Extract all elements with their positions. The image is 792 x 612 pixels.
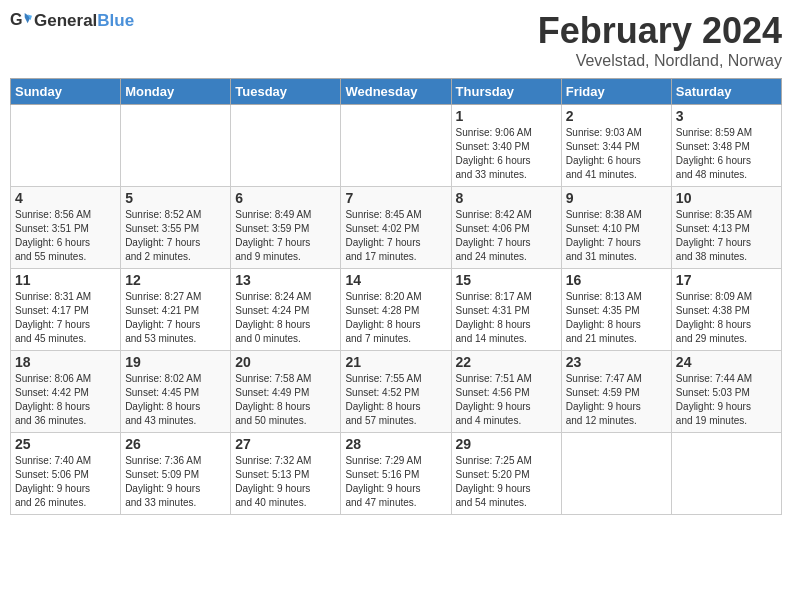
calendar-cell: 11Sunrise: 8:31 AM Sunset: 4:17 PM Dayli…	[11, 269, 121, 351]
day-info: Sunrise: 8:42 AM Sunset: 4:06 PM Dayligh…	[456, 208, 557, 264]
calendar-cell: 29Sunrise: 7:25 AM Sunset: 5:20 PM Dayli…	[451, 433, 561, 515]
svg-text:G: G	[10, 10, 23, 28]
day-number: 21	[345, 354, 446, 370]
calendar-cell: 12Sunrise: 8:27 AM Sunset: 4:21 PM Dayli…	[121, 269, 231, 351]
day-info: Sunrise: 7:44 AM Sunset: 5:03 PM Dayligh…	[676, 372, 777, 428]
day-info: Sunrise: 9:03 AM Sunset: 3:44 PM Dayligh…	[566, 126, 667, 182]
day-info: Sunrise: 8:09 AM Sunset: 4:38 PM Dayligh…	[676, 290, 777, 346]
day-info: Sunrise: 8:52 AM Sunset: 3:55 PM Dayligh…	[125, 208, 226, 264]
day-header-sunday: Sunday	[11, 79, 121, 105]
day-number: 9	[566, 190, 667, 206]
title-area: February 2024 Vevelstad, Nordland, Norwa…	[538, 10, 782, 70]
calendar-cell: 14Sunrise: 8:20 AM Sunset: 4:28 PM Dayli…	[341, 269, 451, 351]
location-title: Vevelstad, Nordland, Norway	[538, 52, 782, 70]
day-info: Sunrise: 8:13 AM Sunset: 4:35 PM Dayligh…	[566, 290, 667, 346]
day-header-monday: Monday	[121, 79, 231, 105]
day-info: Sunrise: 7:25 AM Sunset: 5:20 PM Dayligh…	[456, 454, 557, 510]
calendar-cell: 13Sunrise: 8:24 AM Sunset: 4:24 PM Dayli…	[231, 269, 341, 351]
calendar-cell: 9Sunrise: 8:38 AM Sunset: 4:10 PM Daylig…	[561, 187, 671, 269]
day-number: 6	[235, 190, 336, 206]
day-info: Sunrise: 7:29 AM Sunset: 5:16 PM Dayligh…	[345, 454, 446, 510]
day-info: Sunrise: 8:45 AM Sunset: 4:02 PM Dayligh…	[345, 208, 446, 264]
calendar-cell: 22Sunrise: 7:51 AM Sunset: 4:56 PM Dayli…	[451, 351, 561, 433]
day-info: Sunrise: 7:47 AM Sunset: 4:59 PM Dayligh…	[566, 372, 667, 428]
day-info: Sunrise: 8:27 AM Sunset: 4:21 PM Dayligh…	[125, 290, 226, 346]
logo: G GeneralBlue	[10, 10, 134, 32]
day-number: 10	[676, 190, 777, 206]
day-header-thursday: Thursday	[451, 79, 561, 105]
calendar-week-4: 18Sunrise: 8:06 AM Sunset: 4:42 PM Dayli…	[11, 351, 782, 433]
day-number: 5	[125, 190, 226, 206]
day-number: 2	[566, 108, 667, 124]
calendar-cell: 28Sunrise: 7:29 AM Sunset: 5:16 PM Dayli…	[341, 433, 451, 515]
day-info: Sunrise: 8:02 AM Sunset: 4:45 PM Dayligh…	[125, 372, 226, 428]
calendar-cell: 20Sunrise: 7:58 AM Sunset: 4:49 PM Dayli…	[231, 351, 341, 433]
calendar-cell	[231, 105, 341, 187]
day-number: 25	[15, 436, 116, 452]
calendar-cell: 25Sunrise: 7:40 AM Sunset: 5:06 PM Dayli…	[11, 433, 121, 515]
calendar-cell: 15Sunrise: 8:17 AM Sunset: 4:31 PM Dayli…	[451, 269, 561, 351]
day-info: Sunrise: 7:32 AM Sunset: 5:13 PM Dayligh…	[235, 454, 336, 510]
day-number: 23	[566, 354, 667, 370]
day-number: 19	[125, 354, 226, 370]
calendar-cell: 5Sunrise: 8:52 AM Sunset: 3:55 PM Daylig…	[121, 187, 231, 269]
day-info: Sunrise: 7:51 AM Sunset: 4:56 PM Dayligh…	[456, 372, 557, 428]
day-info: Sunrise: 8:56 AM Sunset: 3:51 PM Dayligh…	[15, 208, 116, 264]
header-row: SundayMondayTuesdayWednesdayThursdayFrid…	[11, 79, 782, 105]
day-info: Sunrise: 7:36 AM Sunset: 5:09 PM Dayligh…	[125, 454, 226, 510]
calendar-cell: 16Sunrise: 8:13 AM Sunset: 4:35 PM Dayli…	[561, 269, 671, 351]
calendar-cell: 8Sunrise: 8:42 AM Sunset: 4:06 PM Daylig…	[451, 187, 561, 269]
calendar-cell: 18Sunrise: 8:06 AM Sunset: 4:42 PM Dayli…	[11, 351, 121, 433]
calendar-cell: 7Sunrise: 8:45 AM Sunset: 4:02 PM Daylig…	[341, 187, 451, 269]
calendar-cell	[341, 105, 451, 187]
calendar-cell: 3Sunrise: 8:59 AM Sunset: 3:48 PM Daylig…	[671, 105, 781, 187]
day-number: 11	[15, 272, 116, 288]
day-number: 26	[125, 436, 226, 452]
calendar-week-1: 1Sunrise: 9:06 AM Sunset: 3:40 PM Daylig…	[11, 105, 782, 187]
day-header-saturday: Saturday	[671, 79, 781, 105]
calendar-cell: 26Sunrise: 7:36 AM Sunset: 5:09 PM Dayli…	[121, 433, 231, 515]
calendar-week-3: 11Sunrise: 8:31 AM Sunset: 4:17 PM Dayli…	[11, 269, 782, 351]
day-info: Sunrise: 8:17 AM Sunset: 4:31 PM Dayligh…	[456, 290, 557, 346]
logo-icon: G	[10, 10, 32, 32]
day-number: 3	[676, 108, 777, 124]
day-header-friday: Friday	[561, 79, 671, 105]
page-header: G GeneralBlue February 2024 Vevelstad, N…	[10, 10, 782, 70]
day-info: Sunrise: 7:58 AM Sunset: 4:49 PM Dayligh…	[235, 372, 336, 428]
day-header-wednesday: Wednesday	[341, 79, 451, 105]
day-number: 1	[456, 108, 557, 124]
day-number: 16	[566, 272, 667, 288]
calendar-cell: 2Sunrise: 9:03 AM Sunset: 3:44 PM Daylig…	[561, 105, 671, 187]
logo-general: General	[34, 11, 97, 30]
day-info: Sunrise: 8:06 AM Sunset: 4:42 PM Dayligh…	[15, 372, 116, 428]
day-number: 27	[235, 436, 336, 452]
month-title: February 2024	[538, 10, 782, 52]
day-number: 29	[456, 436, 557, 452]
day-number: 22	[456, 354, 557, 370]
day-number: 8	[456, 190, 557, 206]
day-number: 18	[15, 354, 116, 370]
day-info: Sunrise: 8:35 AM Sunset: 4:13 PM Dayligh…	[676, 208, 777, 264]
day-number: 15	[456, 272, 557, 288]
calendar-week-2: 4Sunrise: 8:56 AM Sunset: 3:51 PM Daylig…	[11, 187, 782, 269]
day-info: Sunrise: 7:55 AM Sunset: 4:52 PM Dayligh…	[345, 372, 446, 428]
logo-blue: Blue	[97, 11, 134, 30]
day-info: Sunrise: 8:49 AM Sunset: 3:59 PM Dayligh…	[235, 208, 336, 264]
calendar-cell: 1Sunrise: 9:06 AM Sunset: 3:40 PM Daylig…	[451, 105, 561, 187]
day-number: 7	[345, 190, 446, 206]
calendar-cell: 10Sunrise: 8:35 AM Sunset: 4:13 PM Dayli…	[671, 187, 781, 269]
day-number: 20	[235, 354, 336, 370]
calendar-cell: 6Sunrise: 8:49 AM Sunset: 3:59 PM Daylig…	[231, 187, 341, 269]
day-info: Sunrise: 8:59 AM Sunset: 3:48 PM Dayligh…	[676, 126, 777, 182]
day-number: 17	[676, 272, 777, 288]
calendar-cell: 19Sunrise: 8:02 AM Sunset: 4:45 PM Dayli…	[121, 351, 231, 433]
calendar-cell: 21Sunrise: 7:55 AM Sunset: 4:52 PM Dayli…	[341, 351, 451, 433]
calendar-cell: 23Sunrise: 7:47 AM Sunset: 4:59 PM Dayli…	[561, 351, 671, 433]
day-number: 13	[235, 272, 336, 288]
day-header-tuesday: Tuesday	[231, 79, 341, 105]
calendar-cell	[671, 433, 781, 515]
day-number: 28	[345, 436, 446, 452]
day-number: 24	[676, 354, 777, 370]
calendar-week-5: 25Sunrise: 7:40 AM Sunset: 5:06 PM Dayli…	[11, 433, 782, 515]
day-number: 12	[125, 272, 226, 288]
